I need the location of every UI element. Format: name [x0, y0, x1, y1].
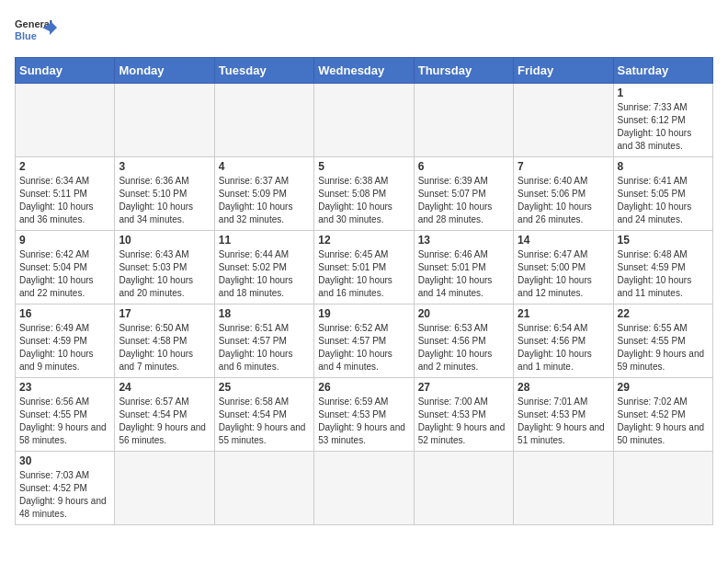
day-info: Sunrise: 6:59 AM Sunset: 4:53 PM Dayligh…	[318, 396, 409, 447]
logo: General Blue	[15, 15, 61, 48]
calendar-cell	[314, 84, 414, 157]
day-info: Sunrise: 6:44 AM Sunset: 5:02 PM Dayligh…	[219, 248, 310, 300]
calendar-cell: 29Sunrise: 7:02 AM Sunset: 4:52 PM Dayli…	[613, 378, 712, 452]
day-info: Sunrise: 7:02 AM Sunset: 4:52 PM Dayligh…	[618, 396, 709, 447]
day-info: Sunrise: 6:54 AM Sunset: 4:56 PM Dayligh…	[518, 322, 609, 373]
calendar-cell: 8Sunrise: 6:41 AM Sunset: 5:05 PM Daylig…	[613, 157, 712, 231]
calendar-cell	[214, 84, 313, 157]
calendar-cell	[115, 84, 214, 157]
col-header-sunday: Sunday	[16, 58, 115, 84]
day-number: 26	[318, 381, 409, 394]
calendar-cell: 3Sunrise: 6:36 AM Sunset: 5:10 PM Daylig…	[115, 157, 214, 231]
calendar-cell: 18Sunrise: 6:51 AM Sunset: 4:57 PM Dayli…	[214, 304, 313, 378]
calendar-cell	[115, 452, 214, 525]
day-info: Sunrise: 6:34 AM Sunset: 5:11 PM Dayligh…	[19, 175, 110, 226]
day-info: Sunrise: 7:03 AM Sunset: 4:52 PM Dayligh…	[19, 469, 110, 521]
calendar-cell: 25Sunrise: 6:58 AM Sunset: 4:54 PM Dayli…	[214, 378, 313, 452]
col-header-friday: Friday	[514, 58, 613, 84]
calendar-cell: 26Sunrise: 6:59 AM Sunset: 4:53 PM Dayli…	[314, 378, 414, 452]
calendar-cell: 12Sunrise: 6:45 AM Sunset: 5:01 PM Dayli…	[314, 231, 414, 304]
day-info: Sunrise: 6:36 AM Sunset: 5:10 PM Dayligh…	[119, 175, 210, 226]
calendar-cell: 4Sunrise: 6:37 AM Sunset: 5:09 PM Daylig…	[214, 157, 313, 231]
calendar-cell: 1Sunrise: 7:33 AM Sunset: 6:12 PM Daylig…	[613, 84, 712, 157]
day-number: 30	[19, 454, 110, 467]
day-number: 23	[19, 381, 110, 394]
day-info: Sunrise: 6:47 AM Sunset: 5:00 PM Dayligh…	[518, 248, 609, 300]
calendar-cell: 5Sunrise: 6:38 AM Sunset: 5:08 PM Daylig…	[314, 157, 414, 231]
svg-text:Blue: Blue	[15, 30, 37, 41]
day-number: 2	[19, 160, 110, 173]
generalblue-logo-icon: General Blue	[15, 15, 61, 48]
day-number: 6	[418, 160, 509, 173]
calendar-cell	[613, 452, 712, 525]
day-info: Sunrise: 6:40 AM Sunset: 5:06 PM Dayligh…	[518, 175, 609, 226]
day-number: 4	[219, 160, 310, 173]
calendar-week-4: 23Sunrise: 6:56 AM Sunset: 4:55 PM Dayli…	[16, 378, 713, 452]
day-info: Sunrise: 6:45 AM Sunset: 5:01 PM Dayligh…	[318, 248, 409, 300]
day-info: Sunrise: 6:50 AM Sunset: 4:58 PM Dayligh…	[119, 322, 210, 373]
col-header-monday: Monday	[115, 58, 214, 84]
calendar-cell: 7Sunrise: 6:40 AM Sunset: 5:06 PM Daylig…	[514, 157, 613, 231]
day-number: 21	[518, 307, 609, 320]
calendar-table: SundayMondayTuesdayWednesdayThursdayFrid…	[15, 57, 713, 525]
day-info: Sunrise: 6:51 AM Sunset: 4:57 PM Dayligh…	[219, 322, 310, 373]
calendar-cell: 27Sunrise: 7:00 AM Sunset: 4:53 PM Dayli…	[414, 378, 513, 452]
day-info: Sunrise: 6:53 AM Sunset: 4:56 PM Dayligh…	[418, 322, 509, 373]
calendar-cell: 23Sunrise: 6:56 AM Sunset: 4:55 PM Dayli…	[16, 378, 115, 452]
header: General Blue	[15, 15, 713, 48]
col-header-tuesday: Tuesday	[214, 58, 313, 84]
day-number: 17	[119, 307, 210, 320]
col-header-saturday: Saturday	[613, 58, 712, 84]
day-info: Sunrise: 7:33 AM Sunset: 6:12 PM Dayligh…	[618, 101, 709, 153]
calendar-week-0: 1Sunrise: 7:33 AM Sunset: 6:12 PM Daylig…	[16, 84, 713, 157]
day-number: 1	[618, 86, 709, 99]
calendar-cell: 20Sunrise: 6:53 AM Sunset: 4:56 PM Dayli…	[414, 304, 513, 378]
day-number: 18	[219, 307, 310, 320]
calendar-cell	[16, 84, 115, 157]
day-info: Sunrise: 7:01 AM Sunset: 4:53 PM Dayligh…	[518, 396, 609, 447]
day-info: Sunrise: 6:38 AM Sunset: 5:08 PM Dayligh…	[318, 175, 409, 226]
day-number: 15	[618, 234, 709, 247]
calendar-cell: 16Sunrise: 6:49 AM Sunset: 4:59 PM Dayli…	[16, 304, 115, 378]
calendar-cell	[314, 452, 414, 525]
calendar-cell	[214, 452, 313, 525]
calendar-cell: 17Sunrise: 6:50 AM Sunset: 4:58 PM Dayli…	[115, 304, 214, 378]
day-info: Sunrise: 6:49 AM Sunset: 4:59 PM Dayligh…	[19, 322, 110, 373]
day-number: 29	[618, 381, 709, 394]
col-header-wednesday: Wednesday	[314, 58, 414, 84]
day-info: Sunrise: 6:55 AM Sunset: 4:55 PM Dayligh…	[618, 322, 709, 373]
day-number: 27	[418, 381, 509, 394]
col-header-thursday: Thursday	[414, 58, 513, 84]
day-number: 5	[318, 160, 409, 173]
day-info: Sunrise: 6:52 AM Sunset: 4:57 PM Dayligh…	[318, 322, 409, 373]
calendar-cell	[514, 452, 613, 525]
day-number: 12	[318, 234, 409, 247]
day-info: Sunrise: 6:39 AM Sunset: 5:07 PM Dayligh…	[418, 175, 509, 226]
calendar-cell: 13Sunrise: 6:46 AM Sunset: 5:01 PM Dayli…	[414, 231, 513, 304]
day-number: 20	[418, 307, 509, 320]
calendar-cell: 9Sunrise: 6:42 AM Sunset: 5:04 PM Daylig…	[16, 231, 115, 304]
day-number: 3	[119, 160, 210, 173]
calendar-cell	[414, 84, 513, 157]
day-number: 19	[318, 307, 409, 320]
calendar-week-5: 30Sunrise: 7:03 AM Sunset: 4:52 PM Dayli…	[16, 452, 713, 525]
calendar-cell: 30Sunrise: 7:03 AM Sunset: 4:52 PM Dayli…	[16, 452, 115, 525]
day-number: 11	[219, 234, 310, 247]
calendar-cell	[414, 452, 513, 525]
calendar-cell: 15Sunrise: 6:48 AM Sunset: 4:59 PM Dayli…	[613, 231, 712, 304]
day-info: Sunrise: 6:48 AM Sunset: 4:59 PM Dayligh…	[618, 248, 709, 300]
calendar-cell: 10Sunrise: 6:43 AM Sunset: 5:03 PM Dayli…	[115, 231, 214, 304]
calendar-cell: 28Sunrise: 7:01 AM Sunset: 4:53 PM Dayli…	[514, 378, 613, 452]
calendar-cell: 11Sunrise: 6:44 AM Sunset: 5:02 PM Dayli…	[214, 231, 313, 304]
day-number: 28	[518, 381, 609, 394]
calendar-cell: 19Sunrise: 6:52 AM Sunset: 4:57 PM Dayli…	[314, 304, 414, 378]
day-number: 16	[19, 307, 110, 320]
day-info: Sunrise: 6:46 AM Sunset: 5:01 PM Dayligh…	[418, 248, 509, 300]
day-number: 14	[518, 234, 609, 247]
calendar-header-row: SundayMondayTuesdayWednesdayThursdayFrid…	[16, 58, 713, 84]
calendar-cell: 21Sunrise: 6:54 AM Sunset: 4:56 PM Dayli…	[514, 304, 613, 378]
day-number: 25	[219, 381, 310, 394]
day-number: 24	[119, 381, 210, 394]
day-info: Sunrise: 6:58 AM Sunset: 4:54 PM Dayligh…	[219, 396, 310, 447]
calendar-cell: 2Sunrise: 6:34 AM Sunset: 5:11 PM Daylig…	[16, 157, 115, 231]
